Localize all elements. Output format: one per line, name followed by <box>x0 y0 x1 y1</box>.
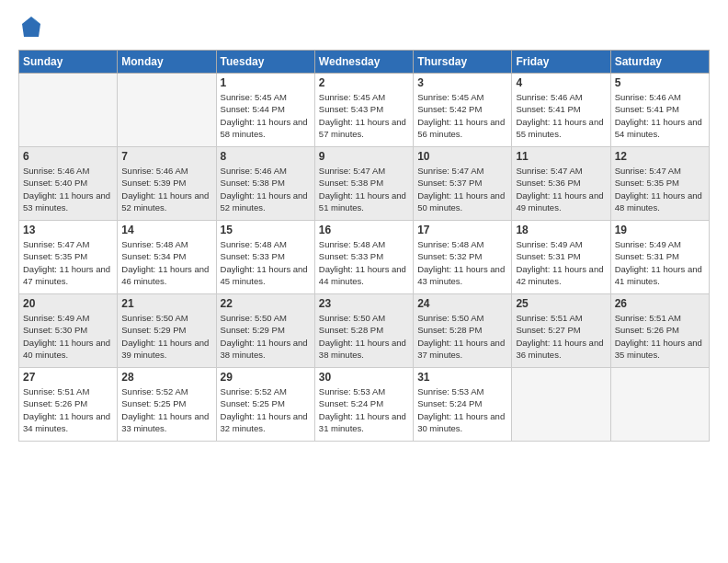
weekday-header-saturday: Saturday <box>610 51 709 74</box>
day-info: Sunrise: 5:46 AM Sunset: 5:39 PM Dayligh… <box>121 165 211 213</box>
weekday-header-thursday: Thursday <box>414 51 512 74</box>
day-info: Sunrise: 5:53 AM Sunset: 5:24 PM Dayligh… <box>319 385 409 434</box>
calendar-cell: 1Sunrise: 5:45 AM Sunset: 5:44 PM Daylig… <box>216 74 314 147</box>
calendar-cell: 24Sunrise: 5:50 AM Sunset: 5:28 PM Dayli… <box>414 294 512 368</box>
calendar-cell: 16Sunrise: 5:48 AM Sunset: 5:33 PM Dayli… <box>314 221 413 294</box>
day-info: Sunrise: 5:47 AM Sunset: 5:35 PM Dayligh… <box>615 165 705 213</box>
day-number: 24 <box>417 297 507 310</box>
logo-icon <box>18 15 44 40</box>
day-info: Sunrise: 5:45 AM Sunset: 5:44 PM Dayligh… <box>221 91 311 140</box>
day-info: Sunrise: 5:47 AM Sunset: 5:35 PM Dayligh… <box>23 238 113 287</box>
day-info: Sunrise: 5:48 AM Sunset: 5:34 PM Dayligh… <box>121 238 211 287</box>
day-number: 26 <box>615 297 705 310</box>
calendar-cell: 20Sunrise: 5:49 AM Sunset: 5:30 PM Dayli… <box>19 294 118 368</box>
weekday-header-monday: Monday <box>118 51 216 74</box>
calendar-cell: 11Sunrise: 5:47 AM Sunset: 5:36 PM Dayli… <box>512 147 610 221</box>
day-info: Sunrise: 5:47 AM Sunset: 5:36 PM Dayligh… <box>516 165 606 213</box>
calendar-cell: 22Sunrise: 5:50 AM Sunset: 5:29 PM Dayli… <box>216 294 314 368</box>
calendar-cell: 17Sunrise: 5:48 AM Sunset: 5:32 PM Dayli… <box>414 221 512 294</box>
day-info: Sunrise: 5:48 AM Sunset: 5:32 PM Dayligh… <box>417 238 507 287</box>
svg-marker-0 <box>22 17 40 37</box>
day-number: 23 <box>319 297 409 310</box>
day-info: Sunrise: 5:46 AM Sunset: 5:40 PM Dayligh… <box>23 165 113 213</box>
calendar-cell: 10Sunrise: 5:47 AM Sunset: 5:37 PM Dayli… <box>414 147 512 221</box>
day-number: 20 <box>23 297 113 310</box>
day-info: Sunrise: 5:46 AM Sunset: 5:38 PM Dayligh… <box>221 165 311 213</box>
day-info: Sunrise: 5:49 AM Sunset: 5:31 PM Dayligh… <box>516 238 606 287</box>
weekday-header-tuesday: Tuesday <box>216 51 314 74</box>
calendar-table: SundayMondayTuesdayWednesdayThursdayFrid… <box>18 50 710 442</box>
calendar-cell <box>118 74 216 147</box>
calendar-cell: 18Sunrise: 5:49 AM Sunset: 5:31 PM Dayli… <box>512 221 610 294</box>
day-number: 6 <box>23 150 113 163</box>
calendar-cell: 4Sunrise: 5:46 AM Sunset: 5:41 PM Daylig… <box>512 74 610 147</box>
day-info: Sunrise: 5:47 AM Sunset: 5:38 PM Dayligh… <box>319 165 409 213</box>
day-info: Sunrise: 5:48 AM Sunset: 5:33 PM Dayligh… <box>319 238 409 287</box>
day-info: Sunrise: 5:53 AM Sunset: 5:24 PM Dayligh… <box>417 385 507 434</box>
day-info: Sunrise: 5:50 AM Sunset: 5:29 PM Dayligh… <box>221 312 311 361</box>
day-number: 28 <box>121 371 211 384</box>
day-number: 27 <box>23 371 113 384</box>
day-info: Sunrise: 5:50 AM Sunset: 5:28 PM Dayligh… <box>319 312 409 361</box>
day-number: 11 <box>516 150 606 163</box>
calendar-cell <box>19 74 118 147</box>
calendar-cell: 13Sunrise: 5:47 AM Sunset: 5:35 PM Dayli… <box>19 221 118 294</box>
calendar-cell: 7Sunrise: 5:46 AM Sunset: 5:39 PM Daylig… <box>118 147 216 221</box>
day-info: Sunrise: 5:51 AM Sunset: 5:26 PM Dayligh… <box>23 385 113 434</box>
day-number: 25 <box>516 297 606 310</box>
calendar-cell: 30Sunrise: 5:53 AM Sunset: 5:24 PM Dayli… <box>314 368 413 442</box>
logo <box>18 15 48 40</box>
day-number: 5 <box>615 76 705 89</box>
weekday-header-friday: Friday <box>512 51 610 74</box>
day-number: 7 <box>121 150 211 163</box>
day-number: 31 <box>417 371 507 384</box>
day-info: Sunrise: 5:52 AM Sunset: 5:25 PM Dayligh… <box>121 385 211 434</box>
day-number: 29 <box>221 371 311 384</box>
day-number: 14 <box>121 224 211 236</box>
header <box>18 15 710 40</box>
day-number: 16 <box>319 224 409 236</box>
calendar-week-4: 20Sunrise: 5:49 AM Sunset: 5:30 PM Dayli… <box>19 294 710 368</box>
day-number: 15 <box>221 224 311 236</box>
calendar-cell: 6Sunrise: 5:46 AM Sunset: 5:40 PM Daylig… <box>19 147 118 221</box>
day-info: Sunrise: 5:51 AM Sunset: 5:27 PM Dayligh… <box>516 312 606 361</box>
calendar-cell: 2Sunrise: 5:45 AM Sunset: 5:43 PM Daylig… <box>314 74 413 147</box>
day-info: Sunrise: 5:47 AM Sunset: 5:37 PM Dayligh… <box>417 165 507 213</box>
calendar-cell <box>610 368 709 442</box>
day-number: 21 <box>121 297 211 310</box>
calendar-cell: 8Sunrise: 5:46 AM Sunset: 5:38 PM Daylig… <box>216 147 314 221</box>
day-number: 12 <box>615 150 705 163</box>
day-number: 1 <box>221 76 311 89</box>
day-info: Sunrise: 5:51 AM Sunset: 5:26 PM Dayligh… <box>615 312 705 361</box>
calendar-cell: 29Sunrise: 5:52 AM Sunset: 5:25 PM Dayli… <box>216 368 314 442</box>
day-info: Sunrise: 5:45 AM Sunset: 5:42 PM Dayligh… <box>417 91 507 140</box>
calendar-header-row: SundayMondayTuesdayWednesdayThursdayFrid… <box>19 51 710 74</box>
calendar-cell: 14Sunrise: 5:48 AM Sunset: 5:34 PM Dayli… <box>118 221 216 294</box>
weekday-header-sunday: Sunday <box>19 51 118 74</box>
day-number: 22 <box>221 297 311 310</box>
calendar-cell: 19Sunrise: 5:49 AM Sunset: 5:31 PM Dayli… <box>610 221 709 294</box>
calendar-week-2: 6Sunrise: 5:46 AM Sunset: 5:40 PM Daylig… <box>19 147 710 221</box>
day-info: Sunrise: 5:49 AM Sunset: 5:30 PM Dayligh… <box>23 312 113 361</box>
calendar-week-3: 13Sunrise: 5:47 AM Sunset: 5:35 PM Dayli… <box>19 221 710 294</box>
day-info: Sunrise: 5:46 AM Sunset: 5:41 PM Dayligh… <box>516 91 606 140</box>
day-number: 17 <box>417 224 507 236</box>
calendar-cell: 3Sunrise: 5:45 AM Sunset: 5:42 PM Daylig… <box>414 74 512 147</box>
calendar-cell: 21Sunrise: 5:50 AM Sunset: 5:29 PM Dayli… <box>118 294 216 368</box>
day-info: Sunrise: 5:46 AM Sunset: 5:41 PM Dayligh… <box>615 91 705 140</box>
day-number: 30 <box>319 371 409 384</box>
calendar-cell: 5Sunrise: 5:46 AM Sunset: 5:41 PM Daylig… <box>610 74 709 147</box>
calendar-cell: 27Sunrise: 5:51 AM Sunset: 5:26 PM Dayli… <box>19 368 118 442</box>
page: SundayMondayTuesdayWednesdayThursdayFrid… <box>0 0 728 456</box>
day-info: Sunrise: 5:52 AM Sunset: 5:25 PM Dayligh… <box>221 385 311 434</box>
day-number: 8 <box>221 150 311 163</box>
day-number: 19 <box>615 224 705 236</box>
calendar-cell: 25Sunrise: 5:51 AM Sunset: 5:27 PM Dayli… <box>512 294 610 368</box>
day-info: Sunrise: 5:50 AM Sunset: 5:29 PM Dayligh… <box>121 312 211 361</box>
day-info: Sunrise: 5:45 AM Sunset: 5:43 PM Dayligh… <box>319 91 409 140</box>
weekday-header-wednesday: Wednesday <box>314 51 413 74</box>
calendar-cell: 28Sunrise: 5:52 AM Sunset: 5:25 PM Dayli… <box>118 368 216 442</box>
day-number: 4 <box>516 76 606 89</box>
day-number: 18 <box>516 224 606 236</box>
calendar-cell: 23Sunrise: 5:50 AM Sunset: 5:28 PM Dayli… <box>314 294 413 368</box>
